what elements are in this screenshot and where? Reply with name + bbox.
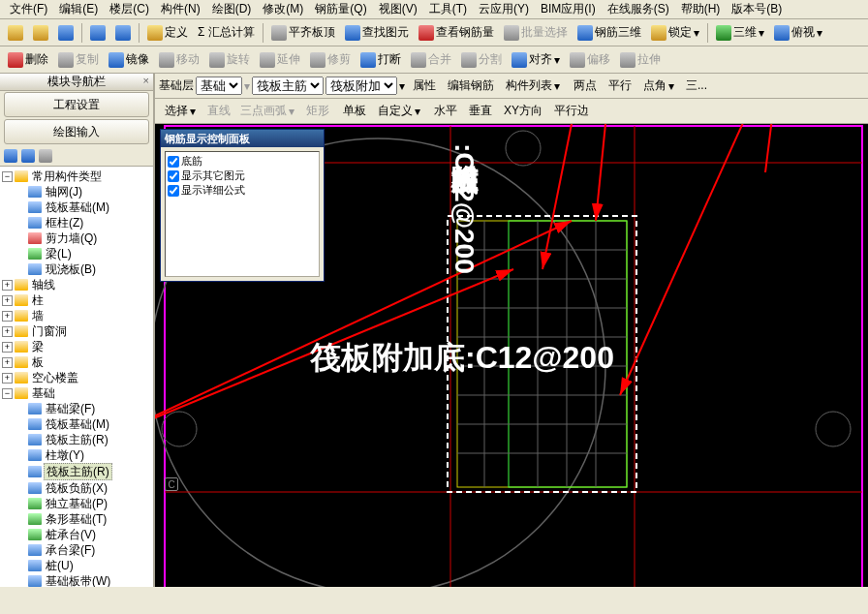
menu-help[interactable]: 帮助(H)	[675, 0, 727, 19]
tree-axis[interactable]: 轴网(J)	[44, 184, 84, 200]
tb-arc[interactable]: 三点画弧▾	[236, 101, 298, 121]
tb-save[interactable]	[54, 23, 78, 43]
tb-edge[interactable]: 平行边	[548, 101, 593, 121]
refresh-icon[interactable]	[39, 149, 52, 163]
tb-single[interactable]: 单板	[337, 101, 370, 121]
menu-edit[interactable]: 编辑(E)	[53, 0, 104, 19]
menu-online[interactable]: 在线服务(S)	[602, 0, 675, 19]
tb-mirror[interactable]: 镜像	[105, 49, 153, 70]
rebar-main-select[interactable]: 筏板主筋	[252, 77, 324, 95]
sidebar-close-icon[interactable]: ×	[143, 75, 149, 86]
tb-sum[interactable]: Σ 汇总计算	[194, 22, 259, 43]
tree-toggle[interactable]: +	[2, 342, 13, 353]
menu-file[interactable]: 文件(F)	[4, 0, 53, 19]
tree-toggle[interactable]: +	[2, 373, 13, 384]
tb-flat[interactable]: 平齐板顶	[267, 22, 339, 43]
tb-new[interactable]	[4, 23, 27, 43]
panel-chk-other[interactable]: 显示其它图元	[168, 169, 317, 183]
panel-title[interactable]: 钢筋显示控制面板	[161, 130, 324, 147]
tb-copy[interactable]: 复制	[54, 49, 103, 70]
tree-b4[interactable]: 柱墩(Y)	[44, 447, 86, 463]
tree-toggle[interactable]: +	[2, 357, 13, 368]
tb-del[interactable]: 删除	[4, 49, 52, 70]
tree-beam[interactable]: 梁(L)	[44, 246, 74, 261]
tb-two[interactable]: 两点	[568, 76, 601, 96]
tree-toggle[interactable]: +	[2, 311, 13, 322]
tree-toggle[interactable]: +	[2, 295, 13, 306]
expand-icon[interactable]	[4, 149, 17, 163]
rebar-extra-select[interactable]: 筏板附加	[326, 77, 397, 95]
tb-move[interactable]: 移动	[155, 49, 203, 70]
tree-g-door[interactable]: 门窗洞	[30, 323, 69, 339]
tree-raft[interactable]: 筏板基础(M)	[44, 200, 111, 215]
tb-three[interactable]: 三...	[680, 76, 711, 96]
tree-b6[interactable]: 筏板负筋(X)	[44, 480, 109, 496]
tree-b2[interactable]: 筏板基础(M)	[44, 416, 111, 432]
menu-modify[interactable]: 修改(M)	[257, 0, 309, 19]
tb-xy[interactable]: XY方向	[498, 101, 546, 121]
chk-bottom[interactable]	[168, 156, 179, 168]
tree-g-foundation[interactable]: 基础	[30, 385, 57, 401]
tree-g-col[interactable]: 柱	[30, 292, 46, 308]
tb-undo[interactable]	[86, 23, 109, 43]
menu-version[interactable]: 版本号(B)	[726, 0, 788, 19]
tree-column[interactable]: 框柱(Z)	[44, 215, 85, 230]
tree-b3[interactable]: 筏板主筋(R)	[44, 432, 110, 447]
rebar-display-panel[interactable]: 钢筋显示控制面板 底筋 显示其它图元 显示详细公式	[160, 129, 325, 282]
menu-tools[interactable]: 工具(T)	[423, 0, 473, 19]
tb-multi[interactable]: 自定义▾	[372, 101, 424, 121]
tree-b11[interactable]: 桩(U)	[44, 558, 76, 573]
sidebar-tab-settings[interactable]: 工程设置	[4, 92, 149, 117]
menu-cloud[interactable]: 云应用(Y)	[473, 0, 535, 19]
tb-edit[interactable]: 编辑钢筋	[442, 76, 498, 96]
tb-open[interactable]	[29, 23, 52, 43]
component-tree[interactable]: −常用构件类型 轴网(J) 筏板基础(M) 框柱(Z) 剪力墙(Q) 梁(L) …	[0, 167, 153, 587]
tree-g-axis[interactable]: 轴线	[30, 277, 57, 292]
tree-b8[interactable]: 条形基础(T)	[44, 511, 108, 527]
tb-find[interactable]: 查找图元	[341, 22, 413, 43]
menu-rebar[interactable]: 钢筋量(Q)	[309, 0, 372, 19]
tb-define[interactable]: 定义	[143, 22, 192, 43]
tb-extend[interactable]: 延伸	[256, 49, 304, 70]
tree-toggle[interactable]: −	[2, 388, 13, 399]
chk-detail[interactable]	[168, 185, 179, 197]
tb-apex[interactable]: 点角▾	[637, 76, 678, 96]
tree-b1[interactable]: 基础梁(F)	[44, 401, 97, 416]
tree-root[interactable]: 常用构件类型	[30, 169, 104, 184]
tree-b7[interactable]: 独立基础(P)	[44, 496, 109, 511]
tb-3d[interactable]: 三维▾	[712, 22, 768, 43]
tb-level[interactable]: 水平	[428, 101, 461, 121]
tree-g-slab[interactable]: 板	[30, 354, 46, 370]
tb-stretch[interactable]: 拉伸	[616, 49, 665, 70]
tree-toggle[interactable]: +	[2, 326, 13, 337]
tb-split[interactable]: 分割	[457, 49, 506, 70]
tree-toggle[interactable]: −	[2, 171, 13, 182]
panel-chk-bottom[interactable]: 底筋	[168, 154, 317, 169]
tree-toggle[interactable]: +	[2, 280, 13, 291]
tree-b9[interactable]: 桩承台(V)	[44, 527, 98, 542]
tb-offset[interactable]: 偏移	[566, 49, 614, 70]
collapse-icon[interactable]	[21, 149, 35, 163]
tb-trim[interactable]: 修剪	[306, 49, 355, 70]
tb-merge[interactable]: 合并	[407, 49, 455, 70]
tree-b5-selected[interactable]: 筏板主筋(R)	[44, 463, 112, 480]
panel-chk-detail[interactable]: 显示详细公式	[168, 183, 317, 198]
menu-floor[interactable]: 楼层(C)	[104, 0, 155, 19]
tb-break[interactable]: 打断	[356, 49, 405, 70]
tree-g-hollow[interactable]: 空心楼盖	[30, 370, 80, 385]
tree-wall[interactable]: 剪力墙(Q)	[44, 230, 99, 246]
tb-list[interactable]: 构件列表▾	[500, 76, 564, 96]
tb-prop[interactable]: 属性	[407, 76, 440, 96]
drawing-canvas[interactable]: 筏板附加底:C12@200 筏板附加底:C12@200 C 钢筋显示控制面板 底…	[155, 124, 868, 587]
tb-rotate[interactable]: 旋转	[205, 49, 254, 70]
tb-select[interactable]: 选择▾	[159, 101, 200, 121]
menu-component[interactable]: 构件(N)	[155, 0, 206, 19]
tb-vert[interactable]: 垂直	[463, 101, 496, 121]
sidebar-tab-draw[interactable]: 绘图输入	[4, 119, 149, 144]
tb-line[interactable]: 直线	[203, 101, 234, 121]
tb-bird[interactable]: 俯视▾	[770, 22, 826, 43]
tb-rect[interactable]: 矩形	[302, 101, 333, 121]
tb-redo[interactable]	[111, 23, 135, 43]
chk-other[interactable]	[168, 170, 179, 182]
layer-select[interactable]: 基础	[196, 77, 242, 95]
